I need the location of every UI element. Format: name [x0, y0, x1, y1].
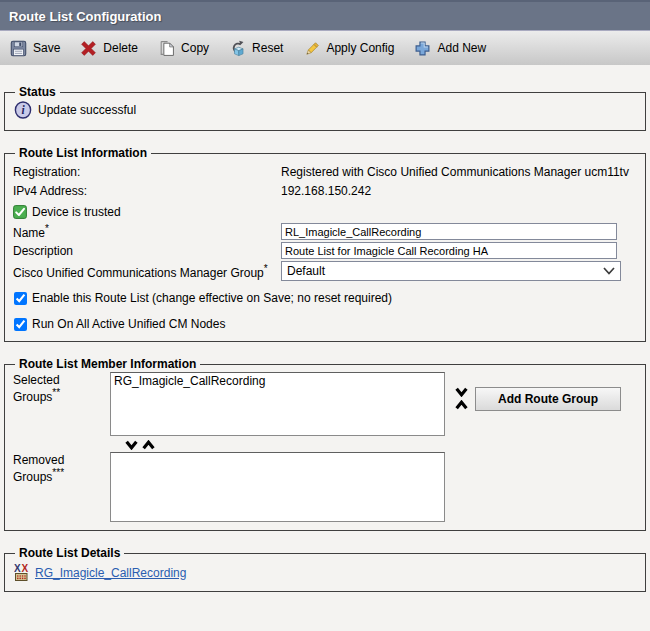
enable-route-list-label: Enable this Route List (change effective…: [32, 291, 392, 305]
save-button[interactable]: Save: [10, 40, 60, 57]
move-to-selected-icon[interactable]: [142, 440, 155, 450]
removed-groups-label: Removed Groups***: [13, 452, 110, 484]
required-asterisk: **: [52, 387, 60, 398]
description-input[interactable]: [281, 242, 617, 259]
registration-value: Registered with Cisco Unified Communicat…: [281, 165, 629, 179]
cm-group-row: Cisco Unified Communications Manager Gro…: [13, 261, 637, 281]
move-to-removed-icon[interactable]: [125, 440, 138, 450]
add-new-icon: [414, 40, 431, 57]
name-input[interactable]: [281, 223, 617, 240]
reset-icon: [229, 40, 246, 57]
run-all-nodes-label: Run On All Active Unified CM Nodes: [32, 317, 225, 331]
toolbar-button-label: Reset: [252, 41, 283, 55]
route-list-details-section: Route List Details X X RG_Imagicle_CallR…: [4, 546, 646, 592]
list-item[interactable]: RG_Imagicle_CallRecording: [114, 374, 441, 389]
ipv4-value: 192.168.150.242: [281, 184, 371, 198]
cm-group-label: Cisco Unified Communications Manager Gro…: [13, 263, 281, 280]
route-list-information-legend: Route List Information: [15, 146, 151, 160]
device-trusted-label: Device is trusted: [32, 205, 121, 219]
route-group-icon: X X: [14, 563, 30, 582]
toolbar-button-label: Add New: [437, 41, 486, 55]
toolbar-button-label: Delete: [103, 41, 138, 55]
required-asterisk: *: [45, 223, 49, 234]
required-asterisk: ***: [52, 467, 64, 478]
required-asterisk: *: [264, 263, 268, 274]
device-trusted-row: Device is trusted: [13, 205, 637, 219]
registration-row: Registration: Registered with Cisco Unif…: [13, 163, 637, 180]
add-route-group-button[interactable]: Add Route Group: [475, 387, 621, 411]
add-new-button[interactable]: Add New: [414, 40, 486, 57]
page-title: Route List Configuration: [9, 9, 161, 24]
name-label: Name*: [13, 223, 281, 240]
toolbar-button-label: Copy: [181, 41, 209, 55]
description-row: Description: [13, 242, 637, 259]
toolbar: Save Delete Copy: [0, 30, 650, 65]
selected-groups-listbox[interactable]: RG_Imagicle_CallRecording: [110, 372, 445, 436]
removed-groups-row: Removed Groups***: [13, 452, 637, 522]
info-icon: i: [14, 101, 32, 119]
status-message: Update successful: [38, 103, 136, 117]
run-all-nodes-row: Run On All Active Unified CM Nodes: [14, 317, 637, 331]
svg-text:X: X: [22, 563, 29, 574]
route-group-detail-row: X X RG_Imagicle_CallRecording: [13, 561, 637, 583]
reorder-arrows: [455, 387, 468, 410]
svg-text:X: X: [14, 563, 21, 574]
cm-group-selected-value: Default: [287, 264, 325, 278]
delete-icon: [80, 40, 97, 57]
enable-route-list-row: Enable this Route List (change effective…: [14, 291, 637, 305]
copy-icon: [158, 40, 175, 57]
reset-button[interactable]: Reset: [229, 40, 283, 57]
apply-config-icon: [303, 40, 320, 57]
status-legend: Status: [15, 85, 60, 99]
enable-route-list-checkbox[interactable]: [14, 292, 27, 305]
status-message-row: i Update successful: [13, 100, 637, 122]
selected-groups-row: Selected Groups** RG_Imagicle_CallRecord…: [13, 372, 637, 436]
copy-button[interactable]: Copy: [158, 40, 209, 57]
toolbar-button-label: Save: [33, 41, 60, 55]
selected-groups-label: Selected Groups**: [13, 372, 110, 404]
move-down-icon[interactable]: [455, 387, 468, 397]
status-section: Status i Update successful: [4, 85, 646, 131]
route-group-link[interactable]: RG_Imagicle_CallRecording: [35, 566, 186, 580]
name-row: Name*: [13, 223, 637, 240]
move-up-icon[interactable]: [455, 400, 468, 410]
run-all-nodes-checkbox[interactable]: [14, 318, 27, 331]
route-list-details-legend: Route List Details: [15, 546, 124, 560]
delete-button[interactable]: Delete: [80, 40, 138, 57]
cm-group-select[interactable]: Default: [281, 261, 621, 281]
registration-label: Registration:: [13, 165, 281, 179]
page-content: Status i Update successful Route List In…: [0, 65, 650, 592]
device-trusted-icon: [13, 205, 27, 219]
ipv4-row: IPv4 Address: 192.168.150.242: [13, 182, 637, 199]
description-label: Description: [13, 244, 281, 258]
chevron-down-icon: [603, 267, 615, 275]
transfer-arrows: [125, 440, 637, 450]
removed-groups-listbox[interactable]: [110, 452, 445, 522]
ipv4-label: IPv4 Address:: [13, 184, 281, 198]
apply-config-button[interactable]: Apply Config: [303, 40, 394, 57]
route-list-information-section: Route List Information Registration: Reg…: [4, 146, 646, 342]
save-icon: [10, 40, 27, 57]
route-list-member-information-section: Route List Member Information Selected G…: [4, 357, 646, 531]
route-list-member-information-legend: Route List Member Information: [15, 357, 200, 371]
toolbar-button-label: Apply Config: [326, 41, 394, 55]
page-title-bar: Route List Configuration: [0, 0, 650, 30]
